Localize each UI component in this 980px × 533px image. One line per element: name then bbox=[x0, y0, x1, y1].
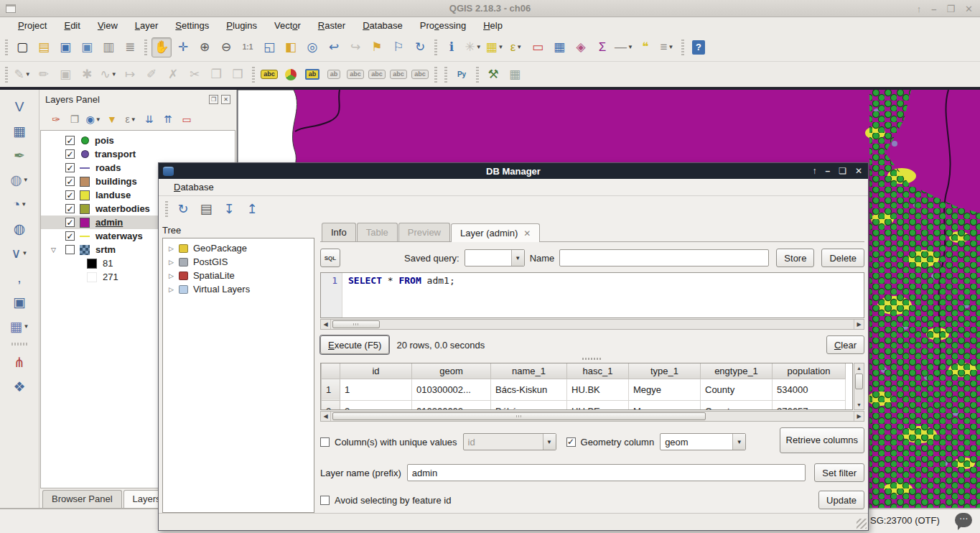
zoom-next-icon[interactable]: ↪ bbox=[345, 37, 365, 57]
column-header-id[interactable]: id bbox=[340, 363, 412, 379]
menu-edit[interactable]: Edit bbox=[56, 19, 88, 32]
move-label-icon[interactable]: abc bbox=[367, 65, 387, 85]
messages-icon[interactable]: ⋯ bbox=[955, 513, 972, 527]
tree-item-spatialite[interactable]: ▷SpatiaLite bbox=[163, 269, 314, 282]
run-feature-action-icon[interactable]: ✳▼ bbox=[463, 37, 483, 57]
scrollbar-thumb[interactable] bbox=[332, 320, 380, 328]
saved-query-select[interactable]: ▼ bbox=[465, 249, 525, 266]
scroll-up-icon[interactable]: ▲ bbox=[854, 363, 864, 373]
processing-toolbox-icon[interactable]: ⚒ bbox=[483, 65, 503, 85]
layer-name-input[interactable]: admin bbox=[407, 464, 806, 481]
maximize-button[interactable]: ❐ bbox=[946, 4, 955, 14]
zoom-full-icon[interactable]: ◱ bbox=[259, 37, 279, 57]
sum-features-icon[interactable]: Σ bbox=[592, 37, 612, 57]
menu-view[interactable]: View bbox=[90, 19, 126, 32]
add-wfs-layer-icon[interactable]: ∨▼ bbox=[7, 241, 32, 265]
expand-arrow-icon[interactable]: ▷ bbox=[169, 286, 174, 293]
add-vector-layer-icon[interactable]: V bbox=[7, 94, 32, 119]
layer-visibility-checkbox[interactable]: ✓ bbox=[65, 204, 75, 213]
copy-features-icon[interactable]: ❐ bbox=[206, 65, 226, 85]
delete-button[interactable]: Delete bbox=[821, 249, 864, 267]
map-tips-icon[interactable]: ❝ bbox=[635, 37, 655, 57]
zoom-to-layer-icon[interactable]: ◧ bbox=[281, 37, 301, 57]
zoom-last-icon[interactable]: ↩ bbox=[324, 37, 344, 57]
geometry-column-checkbox[interactable]: ✓ bbox=[566, 437, 576, 447]
panel-float-button[interactable]: ❐ bbox=[209, 95, 218, 104]
sql-window-icon[interactable]: ▤ bbox=[195, 199, 217, 219]
menu-project[interactable]: Project bbox=[10, 19, 55, 32]
add-virtual-layer-icon[interactable]: ▣ bbox=[7, 289, 32, 314]
new-project-icon[interactable]: ▢ bbox=[12, 37, 32, 57]
select-features-icon[interactable]: ▦▼ bbox=[485, 37, 505, 57]
db-manager-titlebar[interactable]: DB Manager ↑ – ❏ ✕ bbox=[159, 163, 868, 179]
select-by-expression-icon[interactable]: ε▼ bbox=[506, 37, 526, 57]
panel-close-button[interactable]: ✕ bbox=[221, 95, 230, 104]
add-wms-layer-icon[interactable]: ◔▼ bbox=[7, 192, 32, 216]
paste-features-icon[interactable]: ❒ bbox=[228, 65, 248, 85]
zoom-native-icon[interactable]: 1:1 bbox=[238, 37, 258, 57]
shade-button[interactable]: ↑ bbox=[917, 4, 922, 14]
layer-diagram-icon[interactable] bbox=[281, 65, 301, 85]
tab-info[interactable]: Info bbox=[322, 223, 356, 241]
zoom-out-icon[interactable]: ⊖ bbox=[216, 37, 236, 57]
import-layer-icon[interactable]: ↧ bbox=[218, 199, 240, 219]
menu-settings[interactable]: Settings bbox=[167, 19, 217, 32]
dialog-shade-button[interactable]: ↑ bbox=[812, 166, 816, 176]
pin-labels-icon[interactable]: ab bbox=[302, 65, 322, 85]
expand-arrow-icon[interactable]: ▷ bbox=[169, 272, 174, 279]
unpin-labels-icon[interactable]: ab bbox=[324, 65, 344, 85]
dialog-maximize-button[interactable]: ❏ bbox=[839, 166, 846, 176]
tree-item-virtual-layers[interactable]: ▷Virtual Layers bbox=[163, 282, 314, 296]
table-cell[interactable]: 010300002... bbox=[412, 400, 491, 410]
menu-layer[interactable]: Layer bbox=[127, 19, 167, 32]
new-scratch-layer-icon[interactable]: ▦▼ bbox=[7, 314, 32, 338]
clear-button[interactable]: Clear bbox=[826, 335, 864, 354]
add-spatialite-layer-icon[interactable]: ✒ bbox=[7, 143, 32, 167]
table-cell[interactable]: 2 bbox=[340, 400, 412, 410]
menu-plugins[interactable]: Plugins bbox=[218, 19, 265, 32]
db-refresh-icon[interactable]: ↻ bbox=[172, 199, 194, 219]
results-vertical-scrollbar[interactable]: ▲ ▼ bbox=[854, 363, 864, 410]
execute-button[interactable]: Execute (F5) bbox=[320, 335, 389, 354]
expand-arrow-icon[interactable]: ▽ bbox=[51, 246, 56, 254]
column-header-population[interactable]: population bbox=[773, 363, 846, 379]
layer-styling-icon[interactable]: ✑ bbox=[47, 111, 65, 128]
column-header-type_1[interactable]: type_1 bbox=[629, 363, 701, 379]
menu-processing[interactable]: Processing bbox=[412, 19, 474, 32]
resize-grip[interactable] bbox=[857, 519, 867, 529]
zoom-to-selection-icon[interactable]: ◎ bbox=[302, 37, 322, 57]
column-header-geom[interactable]: geom bbox=[412, 363, 491, 379]
topology-checker-icon[interactable]: ⋔ bbox=[7, 350, 32, 374]
table-cell[interactable]: HU.BE bbox=[567, 400, 629, 410]
sql-horizontal-scrollbar[interactable]: ◀ ▶ bbox=[320, 319, 864, 330]
layer-visibility-checkbox[interactable]: ✓ bbox=[65, 218, 75, 227]
expand-arrow-icon[interactable]: ▷ bbox=[169, 245, 174, 252]
rotate-label-icon[interactable]: abc bbox=[388, 65, 409, 85]
layer-labeling-icon[interactable]: abc bbox=[259, 65, 279, 85]
layer-visibility-checkbox[interactable]: ✓ bbox=[65, 136, 75, 145]
menu-vector[interactable]: Vector bbox=[266, 19, 309, 32]
layer-row-transport[interactable]: ✓transport bbox=[41, 147, 235, 161]
show-hidden-labels-icon[interactable]: abc bbox=[345, 65, 365, 85]
row-number-cell[interactable]: 1 bbox=[322, 379, 340, 400]
manage-visibility-icon[interactable]: ◉▼ bbox=[85, 111, 102, 128]
scroll-left-icon[interactable]: ◀ bbox=[321, 412, 331, 421]
table-cell[interactable]: Békés bbox=[491, 400, 567, 410]
dialog-minimize-button[interactable]: – bbox=[825, 166, 830, 176]
add-postgis-layer-icon[interactable]: ◍▼ bbox=[7, 167, 32, 192]
add-raster-layer-icon[interactable]: ▦ bbox=[7, 119, 32, 143]
menu-help[interactable]: Help bbox=[475, 19, 510, 32]
sql-query-icon[interactable]: SQL bbox=[320, 249, 340, 267]
column-header-row-number[interactable] bbox=[322, 363, 340, 379]
crs-status[interactable]: SG:23700 (OTF) bbox=[870, 515, 940, 526]
cut-features-icon[interactable]: ✂ bbox=[185, 65, 205, 85]
toggle-editing-icon[interactable]: ✏ bbox=[34, 65, 54, 85]
tab-layer-admin-[interactable]: Layer (admin)✕ bbox=[451, 223, 540, 242]
layer-row-pois[interactable]: ✓pois bbox=[41, 134, 235, 147]
geometry-column-select[interactable]: geom▼ bbox=[660, 433, 746, 450]
update-button[interactable]: Update bbox=[818, 491, 864, 509]
new-bookmark-icon[interactable]: ⚑ bbox=[367, 37, 387, 57]
table-cell[interactable]: Bács-Kiskun bbox=[491, 379, 567, 400]
column-header-engtype_1[interactable]: engtype_1 bbox=[701, 363, 773, 379]
pan-to-selection-icon[interactable]: ✛ bbox=[173, 37, 193, 57]
